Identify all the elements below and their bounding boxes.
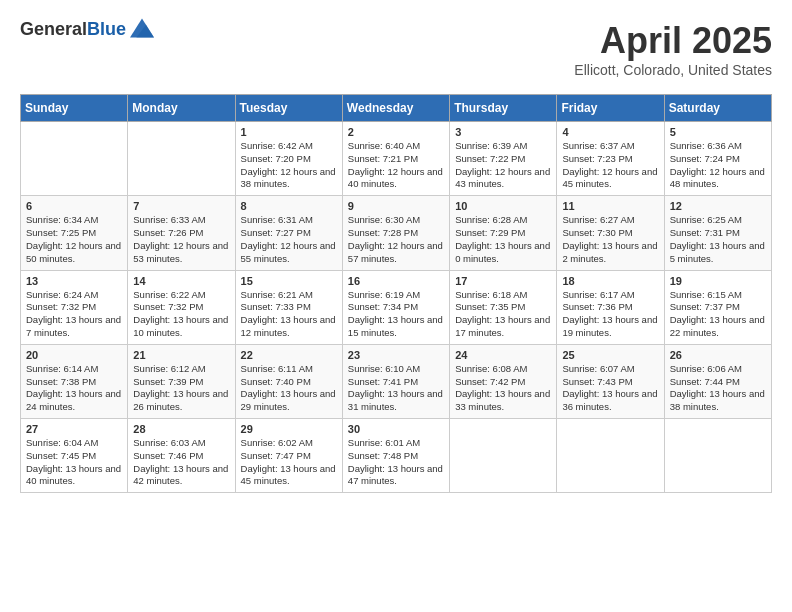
calendar-week-row: 1Sunrise: 6:42 AM Sunset: 7:20 PM Daylig… <box>21 122 772 196</box>
day-number: 28 <box>133 423 229 435</box>
day-info: Sunrise: 6:06 AM Sunset: 7:44 PM Dayligh… <box>670 363 766 414</box>
day-info: Sunrise: 6:24 AM Sunset: 7:32 PM Dayligh… <box>26 289 122 340</box>
day-info: Sunrise: 6:22 AM Sunset: 7:32 PM Dayligh… <box>133 289 229 340</box>
day-of-week-header: Thursday <box>450 95 557 122</box>
calendar-day-cell <box>664 419 771 493</box>
calendar-table: SundayMondayTuesdayWednesdayThursdayFrid… <box>20 94 772 493</box>
calendar-day-cell: 27Sunrise: 6:04 AM Sunset: 7:45 PM Dayli… <box>21 419 128 493</box>
day-info: Sunrise: 6:01 AM Sunset: 7:48 PM Dayligh… <box>348 437 444 488</box>
calendar-week-row: 13Sunrise: 6:24 AM Sunset: 7:32 PM Dayli… <box>21 270 772 344</box>
day-number: 4 <box>562 126 658 138</box>
day-number: 17 <box>455 275 551 287</box>
calendar-day-cell <box>21 122 128 196</box>
calendar-day-cell: 19Sunrise: 6:15 AM Sunset: 7:37 PM Dayli… <box>664 270 771 344</box>
day-info: Sunrise: 6:25 AM Sunset: 7:31 PM Dayligh… <box>670 214 766 265</box>
day-number: 8 <box>241 200 337 212</box>
day-info: Sunrise: 6:10 AM Sunset: 7:41 PM Dayligh… <box>348 363 444 414</box>
day-number: 1 <box>241 126 337 138</box>
calendar-day-cell: 6Sunrise: 6:34 AM Sunset: 7:25 PM Daylig… <box>21 196 128 270</box>
logo-icon <box>130 18 154 38</box>
day-of-week-header: Monday <box>128 95 235 122</box>
day-number: 20 <box>26 349 122 361</box>
day-info: Sunrise: 6:40 AM Sunset: 7:21 PM Dayligh… <box>348 140 444 191</box>
day-of-week-header: Wednesday <box>342 95 449 122</box>
day-info: Sunrise: 6:02 AM Sunset: 7:47 PM Dayligh… <box>241 437 337 488</box>
day-info: Sunrise: 6:08 AM Sunset: 7:42 PM Dayligh… <box>455 363 551 414</box>
logo-general: GeneralBlue <box>20 20 126 40</box>
calendar-day-cell: 5Sunrise: 6:36 AM Sunset: 7:24 PM Daylig… <box>664 122 771 196</box>
day-info: Sunrise: 6:42 AM Sunset: 7:20 PM Dayligh… <box>241 140 337 191</box>
day-number: 14 <box>133 275 229 287</box>
calendar-day-cell: 3Sunrise: 6:39 AM Sunset: 7:22 PM Daylig… <box>450 122 557 196</box>
day-number: 25 <box>562 349 658 361</box>
day-info: Sunrise: 6:03 AM Sunset: 7:46 PM Dayligh… <box>133 437 229 488</box>
day-info: Sunrise: 6:18 AM Sunset: 7:35 PM Dayligh… <box>455 289 551 340</box>
calendar-day-cell: 1Sunrise: 6:42 AM Sunset: 7:20 PM Daylig… <box>235 122 342 196</box>
calendar-day-cell: 23Sunrise: 6:10 AM Sunset: 7:41 PM Dayli… <box>342 344 449 418</box>
day-of-week-header: Friday <box>557 95 664 122</box>
day-info: Sunrise: 6:30 AM Sunset: 7:28 PM Dayligh… <box>348 214 444 265</box>
day-info: Sunrise: 6:37 AM Sunset: 7:23 PM Dayligh… <box>562 140 658 191</box>
calendar-day-cell: 20Sunrise: 6:14 AM Sunset: 7:38 PM Dayli… <box>21 344 128 418</box>
calendar-day-cell: 13Sunrise: 6:24 AM Sunset: 7:32 PM Dayli… <box>21 270 128 344</box>
day-info: Sunrise: 6:31 AM Sunset: 7:27 PM Dayligh… <box>241 214 337 265</box>
calendar-day-cell: 10Sunrise: 6:28 AM Sunset: 7:29 PM Dayli… <box>450 196 557 270</box>
calendar-day-cell: 25Sunrise: 6:07 AM Sunset: 7:43 PM Dayli… <box>557 344 664 418</box>
day-info: Sunrise: 6:15 AM Sunset: 7:37 PM Dayligh… <box>670 289 766 340</box>
day-number: 30 <box>348 423 444 435</box>
calendar-day-cell: 8Sunrise: 6:31 AM Sunset: 7:27 PM Daylig… <box>235 196 342 270</box>
day-info: Sunrise: 6:36 AM Sunset: 7:24 PM Dayligh… <box>670 140 766 191</box>
day-number: 23 <box>348 349 444 361</box>
day-info: Sunrise: 6:21 AM Sunset: 7:33 PM Dayligh… <box>241 289 337 340</box>
calendar-day-cell: 28Sunrise: 6:03 AM Sunset: 7:46 PM Dayli… <box>128 419 235 493</box>
calendar-day-cell: 18Sunrise: 6:17 AM Sunset: 7:36 PM Dayli… <box>557 270 664 344</box>
day-number: 24 <box>455 349 551 361</box>
calendar-day-cell: 4Sunrise: 6:37 AM Sunset: 7:23 PM Daylig… <box>557 122 664 196</box>
day-number: 26 <box>670 349 766 361</box>
calendar-day-cell <box>128 122 235 196</box>
calendar-week-row: 6Sunrise: 6:34 AM Sunset: 7:25 PM Daylig… <box>21 196 772 270</box>
calendar-day-cell: 21Sunrise: 6:12 AM Sunset: 7:39 PM Dayli… <box>128 344 235 418</box>
day-info: Sunrise: 6:11 AM Sunset: 7:40 PM Dayligh… <box>241 363 337 414</box>
calendar-body: 1Sunrise: 6:42 AM Sunset: 7:20 PM Daylig… <box>21 122 772 493</box>
day-info: Sunrise: 6:17 AM Sunset: 7:36 PM Dayligh… <box>562 289 658 340</box>
day-number: 29 <box>241 423 337 435</box>
day-info: Sunrise: 6:33 AM Sunset: 7:26 PM Dayligh… <box>133 214 229 265</box>
day-number: 5 <box>670 126 766 138</box>
calendar-day-cell: 9Sunrise: 6:30 AM Sunset: 7:28 PM Daylig… <box>342 196 449 270</box>
day-number: 7 <box>133 200 229 212</box>
month-title: April 2025 <box>574 20 772 62</box>
calendar-day-cell: 11Sunrise: 6:27 AM Sunset: 7:30 PM Dayli… <box>557 196 664 270</box>
logo-text: GeneralBlue <box>20 20 126 40</box>
location: Ellicott, Colorado, United States <box>574 62 772 78</box>
logo: GeneralBlue <box>20 20 154 40</box>
calendar-day-cell <box>557 419 664 493</box>
day-number: 9 <box>348 200 444 212</box>
day-number: 19 <box>670 275 766 287</box>
calendar-day-cell: 26Sunrise: 6:06 AM Sunset: 7:44 PM Dayli… <box>664 344 771 418</box>
day-number: 6 <box>26 200 122 212</box>
day-number: 16 <box>348 275 444 287</box>
day-number: 13 <box>26 275 122 287</box>
calendar-week-row: 27Sunrise: 6:04 AM Sunset: 7:45 PM Dayli… <box>21 419 772 493</box>
calendar-day-cell: 17Sunrise: 6:18 AM Sunset: 7:35 PM Dayli… <box>450 270 557 344</box>
calendar-day-cell: 24Sunrise: 6:08 AM Sunset: 7:42 PM Dayli… <box>450 344 557 418</box>
day-info: Sunrise: 6:12 AM Sunset: 7:39 PM Dayligh… <box>133 363 229 414</box>
title-section: April 2025 Ellicott, Colorado, United St… <box>574 20 772 78</box>
day-info: Sunrise: 6:39 AM Sunset: 7:22 PM Dayligh… <box>455 140 551 191</box>
day-number: 21 <box>133 349 229 361</box>
day-info: Sunrise: 6:04 AM Sunset: 7:45 PM Dayligh… <box>26 437 122 488</box>
calendar-day-cell: 7Sunrise: 6:33 AM Sunset: 7:26 PM Daylig… <box>128 196 235 270</box>
day-number: 12 <box>670 200 766 212</box>
day-number: 11 <box>562 200 658 212</box>
page-header: GeneralBlue April 2025 Ellicott, Colorad… <box>20 20 772 78</box>
calendar-day-cell: 30Sunrise: 6:01 AM Sunset: 7:48 PM Dayli… <box>342 419 449 493</box>
day-number: 15 <box>241 275 337 287</box>
calendar-day-cell: 15Sunrise: 6:21 AM Sunset: 7:33 PM Dayli… <box>235 270 342 344</box>
calendar-day-cell: 2Sunrise: 6:40 AM Sunset: 7:21 PM Daylig… <box>342 122 449 196</box>
day-info: Sunrise: 6:14 AM Sunset: 7:38 PM Dayligh… <box>26 363 122 414</box>
day-info: Sunrise: 6:27 AM Sunset: 7:30 PM Dayligh… <box>562 214 658 265</box>
calendar-day-cell: 14Sunrise: 6:22 AM Sunset: 7:32 PM Dayli… <box>128 270 235 344</box>
day-of-week-header: Saturday <box>664 95 771 122</box>
day-info: Sunrise: 6:19 AM Sunset: 7:34 PM Dayligh… <box>348 289 444 340</box>
